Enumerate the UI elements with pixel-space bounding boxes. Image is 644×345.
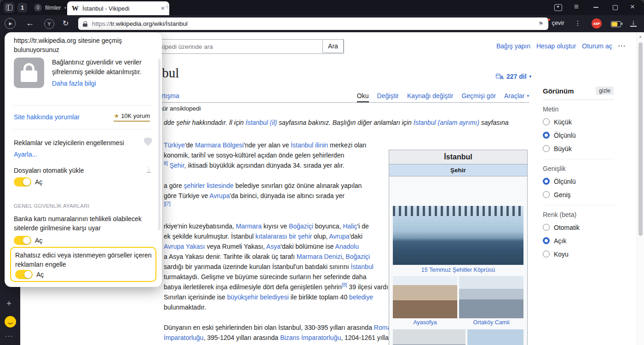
translate-button[interactable]: A çevir <box>544 19 564 26</box>
battery-icon[interactable] <box>611 21 621 27</box>
tab-close-icon[interactable]: × <box>161 5 165 12</box>
wiki-link[interactable]: İstanbul (anlam ayrımı) <box>414 119 479 126</box>
wiki-link[interactable]: Boğaziçi <box>289 222 313 230</box>
wiki-link[interactable]: Marmara Denizi <box>297 253 342 260</box>
more-info-link[interactable]: Daha fazla bilgi <box>52 80 96 87</box>
reference-link[interactable]: 8] <box>164 160 168 166</box>
tab-group[interactable]: 0 filmler ▾ <box>30 0 70 15</box>
user-links: Bağış yapın Hesap oluştur Oturum aç ··· <box>496 42 626 50</box>
bank-card-toggle[interactable] <box>14 236 31 245</box>
sidebar-more-icon[interactable]: ··· <box>5 332 13 339</box>
radio-genis[interactable]: Geniş <box>543 188 614 201</box>
wiki-link[interactable]: Marmara Bölgesi <box>195 141 244 149</box>
active-tab[interactable]: W İstanbul - Vikipedi × <box>67 1 169 15</box>
wiki-link[interactable]: Şehir <box>170 162 184 169</box>
close-button[interactable]: × <box>630 2 635 12</box>
radio-kucuk[interactable]: Küçük <box>543 115 614 129</box>
security-section-title: GENEL GÜVENLİK AYARLARI <box>14 203 90 209</box>
kebab-menu-icon[interactable]: ⋮ <box>575 19 581 27</box>
wiki-link[interactable]: büyükşehir belediyesi <box>227 293 289 301</box>
reviews-rating[interactable]: ★ 10K yorum <box>114 112 150 122</box>
language-selector[interactable]: 227 dil ▾ <box>496 73 531 80</box>
radio-buyuk[interactable]: Büyük <box>543 142 614 155</box>
wiki-link[interactable]: Bizans İmparatorluğu <box>280 334 341 341</box>
wiki-link[interactable]: Asya <box>266 243 281 250</box>
menu-icon[interactable]: ≡ <box>574 2 579 12</box>
tab-counter-badge[interactable]: 1 <box>17 3 27 12</box>
create-account-link[interactable]: Hesap oluştur <box>536 42 576 50</box>
download-icon[interactable]: ↓ <box>630 18 637 27</box>
wiki-link[interactable]: şehirler listesinde <box>184 182 234 189</box>
tab-gecmisi-gor[interactable]: Geçmişi gör <box>461 92 496 99</box>
wiki-link[interactable]: İstanbul <box>351 263 374 270</box>
ortakoy-camii-photo[interactable] <box>459 276 523 318</box>
reference-link[interactable]: ][7] <box>164 201 171 206</box>
login-link[interactable]: Oturum aç <box>582 42 612 50</box>
tabs-panel-button[interactable] <box>4 2 14 13</box>
wiki-link[interactable]: Avrupa Yakası <box>164 243 205 250</box>
configure-link[interactable]: Ayarla... <box>14 151 37 158</box>
new-tab-button[interactable]: + <box>165 2 170 12</box>
minimize-button[interactable] <box>593 7 598 8</box>
search-input[interactable] <box>138 39 344 54</box>
maximize-button[interactable] <box>613 5 618 10</box>
photo-caption[interactable]: Ortaköy Camii <box>459 319 523 326</box>
width-section: Genişlik Ölçünlü Geniş <box>543 159 614 201</box>
wiki-link[interactable]: kıtalararası bir şehir <box>255 233 312 240</box>
search-button[interactable]: Ara <box>322 39 344 53</box>
appearance-title: Görünüm <box>543 87 574 95</box>
more-options-icon[interactable]: ··· <box>618 42 626 50</box>
scroll-thumb[interactable] <box>638 42 643 236</box>
address-bar[interactable]: https://tr.wikipedia.org/wiki/İstanbul ⚑ <box>78 18 548 30</box>
annoying-ads-toggle[interactable] <box>15 270 33 279</box>
tools-menu[interactable]: Araçlar▾ <box>504 92 529 99</box>
radio-olcunlu-metin[interactable]: Ölçünlü <box>543 129 614 142</box>
wiki-link[interactable]: belediye <box>349 293 373 301</box>
text-line: turmaktaydı. Gelişme ve büyüme sürecinde… <box>164 272 392 282</box>
lock-icon[interactable] <box>83 21 88 27</box>
bookmark-flag-icon[interactable]: ⚑ <box>538 20 544 27</box>
photo-caption[interactable]: Ayasofya <box>393 319 457 326</box>
wiki-link[interactable]: Avrupa <box>209 192 230 199</box>
hide-button[interactable]: gizle <box>596 87 614 95</box>
radio-otomatik[interactable]: Otomatik <box>543 221 614 234</box>
wiki-link[interactable]: Anadolu <box>335 243 359 250</box>
refresh-button[interactable]: ↻ <box>63 19 69 28</box>
radio-acik[interactable]: Açık <box>543 234 614 247</box>
ayasofya-photo[interactable] <box>393 276 457 318</box>
radio-icon <box>543 191 550 198</box>
wiki-link[interactable]: Boğaziçi <box>345 253 370 260</box>
adblock-badge[interactable]: ABP <box>592 18 602 29</box>
donate-link[interactable]: Bağış yapın <box>496 42 530 50</box>
wiki-link[interactable]: İstanbul (il) <box>246 119 277 126</box>
autoload-toggle[interactable] <box>14 177 31 187</box>
radio-koyu[interactable]: Koyu <box>543 247 614 261</box>
page-scrollbar[interactable]: ▲ <box>637 32 644 345</box>
sidebar-open-button[interactable]: ▶ <box>5 18 16 29</box>
radio-olcunlu-genislik[interactable]: Ölçünlü <box>543 175 614 188</box>
wiki-link[interactable]: İmparatorluğu <box>164 334 203 341</box>
wiki-link[interactable]: Haliç <box>343 222 357 230</box>
popup-scrollbar[interactable] <box>158 59 161 230</box>
tab-bar: 1 0 filmler ▾ W İstanbul - Vikipedi × + … <box>0 0 644 15</box>
sidebar-add-button[interactable]: + <box>6 298 12 309</box>
tab-oku[interactable]: Oku <box>357 92 369 102</box>
tab-kaynagi-degistir[interactable]: Kaynağı değiştir <box>407 92 453 99</box>
site-reviews-link[interactable]: Site hakkında yorumlar <box>14 113 80 121</box>
bridge-skyline-photo[interactable] <box>393 206 523 265</box>
back-button[interactable]: ← <box>26 18 34 28</box>
yandex-logo[interactable] <box>5 316 16 327</box>
wiki-link[interactable]: Avrupa <box>329 233 350 240</box>
wiki-link[interactable]: Marmara <box>236 222 262 230</box>
wiki-link[interactable]: Türkiye <box>164 141 185 149</box>
photo-caption[interactable]: 15 Temmuz Şehitler Köprüsü <box>389 267 527 273</box>
galata-tower-photo[interactable] <box>467 329 523 345</box>
downloads-panel-icon[interactable] <box>554 4 562 11</box>
reference-link[interactable]: [8] <box>342 282 347 287</box>
scroll-up-icon[interactable]: ▲ <box>638 35 642 39</box>
yandex-button[interactable]: Y <box>44 19 54 29</box>
tram-photo[interactable] <box>393 329 466 345</box>
wiki-link[interactable]: İstanbul ilinin <box>291 141 328 149</box>
tab-degistir[interactable]: Değiştir <box>377 92 399 99</box>
text-line: 8] Şehir, iktisadi büyüklük açısından dü… <box>164 160 392 170</box>
